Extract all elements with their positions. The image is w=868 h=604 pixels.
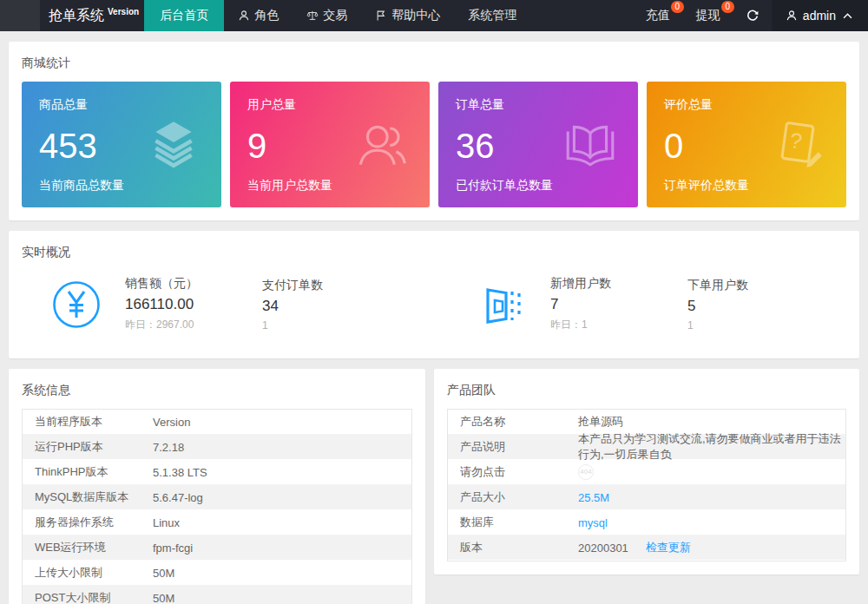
row-label: 当前程序版本 xyxy=(23,414,153,430)
stat-sub: 昨日：2967.00 xyxy=(125,318,262,332)
row-label: 运行PHP版本 xyxy=(23,439,153,455)
table-row: 当前程序版本Version xyxy=(23,410,411,435)
refresh-button[interactable] xyxy=(733,0,772,31)
stat-label: 新增用户数 xyxy=(550,276,687,292)
row-label: POST大小限制 xyxy=(23,590,153,604)
mall-stats-panel: 商城统计 商品总量 453 当前商品总数量 用户总量 9 当前用户总数量 订单总… xyxy=(9,42,859,220)
mall-stats-title: 商城统计 xyxy=(9,42,859,82)
row-value: 25.5M xyxy=(578,491,845,504)
realtime-panel: 实时概况 销售额（元） 166110.00 昨日：2967.00 支付订单数 3… xyxy=(9,231,859,358)
nav-item-label: 后台首页 xyxy=(160,8,208,23)
row-label: 数据库 xyxy=(448,515,578,530)
table-row: 产品大小25.5M xyxy=(448,485,845,510)
do-not-click-badge[interactable]: 404 xyxy=(578,464,594,480)
user-icon xyxy=(786,10,798,22)
refresh-icon xyxy=(746,9,760,23)
sales-stat: 销售额（元） 166110.00 昨日：2967.00 xyxy=(125,276,262,332)
stat-card-sublabel: 当前用户总数量 xyxy=(247,178,412,194)
nav-item-help-center[interactable]: 帮助中心 xyxy=(361,0,454,31)
row-label: 上传大小限制 xyxy=(23,565,153,581)
stat-label: 下单用户数 xyxy=(687,278,825,293)
recharge-button[interactable]: 充值 0 xyxy=(633,0,683,31)
table-row: ThinkPHP版本5.1.38 LTS xyxy=(23,460,411,485)
new-users-stat: 新增用户数 7 昨日：1 xyxy=(550,276,687,332)
realtime-row: 销售额（元） 166110.00 昨日：2967.00 支付订单数 34 1 新… xyxy=(9,271,859,358)
stat-card-orders: 订单总量 36 已付款订单总数量 xyxy=(438,82,638,207)
navbar-right: 充值 0 提现 0 admin xyxy=(633,0,868,31)
stat-card-sublabel: 当前商品总数量 xyxy=(39,178,204,194)
door-icon xyxy=(477,280,526,329)
product-team-title: 产品团队 xyxy=(434,369,859,409)
system-info-table: 当前程序版本Version运行PHP版本7.2.18ThinkPHP版本5.1.… xyxy=(22,409,412,604)
row-value: 5.6.47-log xyxy=(153,491,411,504)
app-logo[interactable]: 抢单系统 Version xyxy=(40,0,144,31)
value-link[interactable]: 25.5M xyxy=(578,491,609,504)
row-value: fpm-fcgi xyxy=(153,542,411,555)
row-label: MySQL数据库版本 xyxy=(23,489,153,505)
row-value: mysql xyxy=(578,516,845,529)
check-update-link[interactable]: 检查更新 xyxy=(646,540,691,555)
username: admin xyxy=(803,9,836,23)
withdraw-button[interactable]: 提现 0 xyxy=(683,0,733,31)
stat-card-sublabel: 已付款订单总数量 xyxy=(456,178,621,194)
users-group: 新增用户数 7 昨日：1 下单用户数 5 1 xyxy=(434,276,859,332)
row-label: ThinkPHP版本 xyxy=(23,464,153,480)
stat-card-label: 商品总量 xyxy=(39,97,204,113)
layers-icon xyxy=(145,116,202,174)
row-label: WEB运行环境 xyxy=(23,540,153,555)
table-row: POST大小限制50M xyxy=(23,586,411,604)
row-label: 产品说明 xyxy=(448,439,578,455)
scales-icon xyxy=(306,10,319,22)
table-row: WEB运行环境fpm-fcgi xyxy=(23,535,411,561)
stat-value: 166110.00 xyxy=(125,296,262,313)
row-value: 抢单源码 xyxy=(578,414,845,430)
withdraw-label: 提现 xyxy=(696,8,720,23)
table-row: 数据库mysql xyxy=(448,510,845,535)
users-icon xyxy=(353,116,411,174)
flag-icon xyxy=(375,10,387,22)
row-label: 服务器操作系统 xyxy=(23,515,153,530)
table-row: 版本20200301检查更新 xyxy=(448,535,845,561)
row-value: 50M xyxy=(153,592,411,604)
row-value: 20200301检查更新 xyxy=(578,540,845,555)
value-link[interactable]: mysql xyxy=(578,516,608,529)
bottom-section: 系统信息 当前程序版本Version运行PHP版本7.2.18ThinkPHP版… xyxy=(9,369,859,604)
app-title: 抢单系统 xyxy=(49,7,104,25)
review-icon: ? xyxy=(770,116,827,174)
nav-item-roles[interactable]: 角色 xyxy=(224,0,293,31)
table-row: MySQL数据库版本5.6.47-log xyxy=(23,485,411,510)
realtime-title: 实时概况 xyxy=(9,231,859,271)
row-value: 50M xyxy=(153,567,411,580)
table-row: 产品说明本产品只为学习测试交流,请勿要做商业或者用于违法行为,一切后果自负 xyxy=(448,435,845,460)
stat-value: 5 xyxy=(687,298,825,315)
nav-item-label: 系统管理 xyxy=(468,8,516,23)
stat-card-label: 评价总量 xyxy=(664,97,829,113)
logo-image[interactable] xyxy=(0,0,40,31)
paid-orders-stat: 支付订单数 34 1 xyxy=(262,278,399,332)
app-version-tag: Version xyxy=(108,7,139,16)
svg-text:?: ? xyxy=(788,128,803,154)
table-row: 服务器操作系统Linux xyxy=(23,510,411,535)
row-label: 产品名称 xyxy=(448,414,578,430)
nav-item-dashboard[interactable]: 后台首页 xyxy=(144,0,224,31)
nav-item-system-settings[interactable]: 系统管理 xyxy=(454,0,530,31)
row-label: 请勿点击 xyxy=(448,464,578,480)
person-icon xyxy=(238,10,250,22)
user-menu[interactable]: admin xyxy=(772,0,868,31)
top-navbar: 抢单系统 Version 后台首页 角色 交易 帮助中心 系统管理 充值 0 提… xyxy=(0,0,868,31)
nav-item-trade[interactable]: 交易 xyxy=(293,0,361,31)
system-info-panel: 系统信息 当前程序版本Version运行PHP版本7.2.18ThinkPHP版… xyxy=(9,369,425,604)
nav-item-label: 交易 xyxy=(323,8,347,23)
stat-value: 7 xyxy=(550,296,687,313)
book-icon xyxy=(562,116,619,174)
stat-label: 支付订单数 xyxy=(262,278,399,293)
table-row: 运行PHP版本7.2.18 xyxy=(23,435,411,460)
ordering-users-stat: 下单用户数 5 1 xyxy=(687,278,825,332)
nav-item-label: 帮助中心 xyxy=(391,8,440,23)
stat-label: 销售额（元） xyxy=(125,276,262,292)
stat-sub: 1 xyxy=(687,319,825,332)
product-team-panel: 产品团队 产品名称抢单源码产品说明本产品只为学习测试交流,请勿要做商业或者用于违… xyxy=(434,369,859,574)
stat-card-users: 用户总量 9 当前用户总数量 xyxy=(230,82,430,207)
nav-item-label: 角色 xyxy=(254,8,279,23)
row-label: 产品大小 xyxy=(448,489,578,505)
